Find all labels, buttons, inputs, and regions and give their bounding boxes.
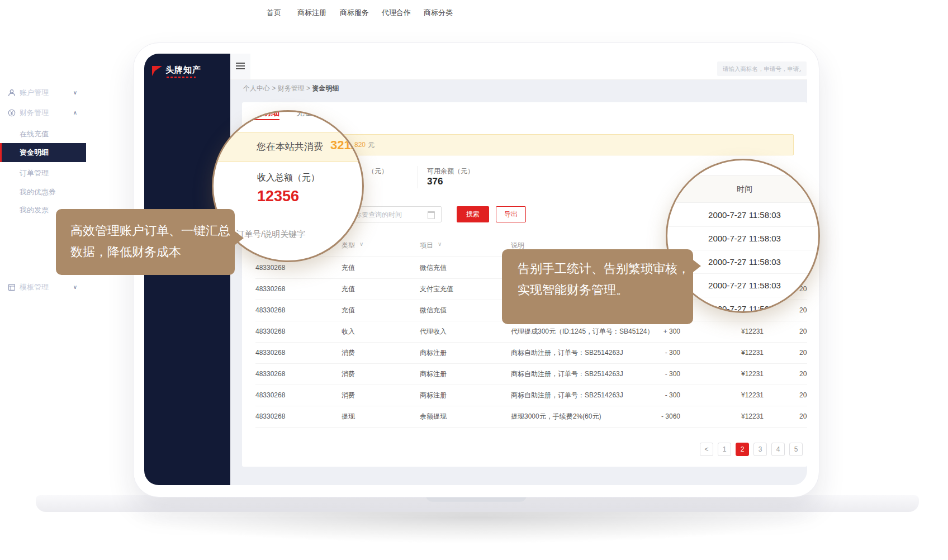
cell-order: 48330268 [255, 342, 285, 363]
cell-order: 48330268 [255, 385, 285, 406]
logo-text: 头牌知产 [165, 65, 201, 75]
table-row: 48330268 消费 商标注册 商标自助注册，订单号：SB2514263J -… [255, 342, 807, 364]
cell-project: 商标注册 [420, 385, 447, 406]
cell-balance: ¥12231 [741, 385, 764, 406]
cell-amount: - 3060 [647, 406, 680, 427]
nav-item-trademark-service[interactable]: 商标服务 [340, 0, 369, 26]
sidebar-item-template-management[interactable]: 模板管理 ∨ [0, 278, 86, 296]
magnified-banner: 您在本站共消费 32124 元 [212, 132, 364, 162]
sort-caret-icon[interactable]: ∨ [359, 241, 363, 247]
sidebar-item-my-coupons[interactable]: 我的优惠券 [0, 183, 86, 201]
cell-time: 2000-7-27 11:58:03 [799, 342, 807, 363]
sidebar-item-label: 我的发票 [20, 201, 49, 219]
cell-order: 48330268 [255, 321, 285, 342]
cell-time: 2000-7-27 11:58:03 [799, 385, 807, 406]
callout-left: 高效管理账户订单、一键汇总数据，降低财务成本 [56, 209, 235, 275]
nav-item-home[interactable]: 首页 [267, 0, 281, 26]
magnified-time-row: 2000-7-27 11:58:03 [667, 203, 820, 227]
banner-amount-fragment: 820 [354, 135, 366, 155]
cell-order: 48330268 [255, 300, 285, 321]
breadcrumb-links[interactable]: 个人中心 > 财务管理 > [243, 84, 312, 92]
sidebar-item-label: 账户管理 [20, 84, 49, 102]
cell-type: 充值 [342, 300, 355, 321]
sidebar-item-label: 财务管理 [20, 104, 49, 122]
pagination-prev-button[interactable]: < [700, 443, 713, 456]
cell-type: 消费 [342, 342, 355, 363]
pagination-page-4[interactable]: 4 [771, 443, 785, 456]
cell-amount: - 300 [647, 385, 680, 406]
sort-caret-icon[interactable]: ∨ [438, 241, 442, 247]
sidebar-item-label: 订单管理 [20, 164, 49, 182]
pagination-page-5[interactable]: 5 [789, 443, 803, 456]
cell-project: 商标注册 [420, 342, 447, 363]
table-row: 48330268 消费 商标注册 商标自助注册，订单号：SB2514263J -… [255, 385, 807, 406]
sidebar-item-label: 我的优惠券 [20, 183, 56, 201]
pagination: < 1 2 3 4 5 [700, 443, 803, 456]
trademark-search-input[interactable] [717, 61, 807, 76]
cell-time: 2000-7-27 11:58:03 [799, 300, 807, 321]
col-header-type[interactable]: 类型 [342, 241, 355, 250]
cell-balance: ¥12231 [741, 406, 764, 427]
cell-time: 2000-7-27 11:58:03 [799, 406, 807, 427]
sidebar-item-funds-detail-active[interactable]: 资金明细 [0, 143, 86, 162]
sidebar-item-account[interactable]: 账户管理 ∨ [0, 84, 86, 102]
cell-balance: ¥12231 [741, 363, 764, 385]
banner-unit-fragment: 元 [368, 135, 375, 155]
cell-project: 代理收入 [420, 321, 447, 342]
expense-total-label-fragment: （元） [368, 167, 388, 176]
search-button[interactable]: 搜索 [457, 206, 489, 222]
col-header-project[interactable]: 项目 [420, 241, 433, 250]
cell-project: 商标注册 [420, 363, 447, 385]
cell-type: 收入 [342, 321, 355, 342]
available-balance-label: 可用余额（元） [427, 167, 474, 176]
cell-type: 消费 [342, 385, 355, 406]
logo: 头牌知产 [152, 65, 225, 85]
user-icon [8, 89, 16, 97]
cell-balance: ¥12231 [741, 321, 764, 342]
pagination-page-3[interactable]: 3 [753, 443, 767, 456]
cell-project: 支付宝充值 [420, 278, 453, 300]
cell-desc: 商标自助注册，订单号：SB2514263J [511, 363, 623, 385]
table-row: 48330268 消费 商标注册 商标自助注册，订单号：SB2514263J -… [255, 363, 807, 385]
cell-project: 微信充值 [420, 257, 447, 278]
magnified-income-label: 收入总额（元） [257, 172, 320, 184]
chevron-down-icon: ∨ [73, 84, 77, 102]
magnified-time-row: 2000-7-27 11:58:03 [667, 227, 820, 250]
cell-type: 消费 [342, 363, 355, 385]
cell-amount: - 300 [647, 363, 680, 385]
cell-balance: ¥12231 [741, 342, 764, 363]
sidebar-item-finance[interactable]: 财务管理 ∧ [0, 104, 86, 122]
cell-desc: 提现3000元，手续费2%(60元) [511, 406, 601, 427]
hamburger-menu-button[interactable] [230, 54, 250, 79]
pagination-page-2-active[interactable]: 2 [736, 443, 749, 456]
pagination-page-1[interactable]: 1 [718, 443, 731, 456]
cell-order: 48330268 [255, 363, 285, 385]
marketing-composition: 首页 商标注册 商标服务 代理合作 商标分类 头牌知产 账户管理 ∨ 财务管理 … [0, 0, 948, 560]
magnified-order-header-fragment: 订单号/说明关键字 [236, 229, 305, 240]
magnified-income-value: 12356 [257, 188, 299, 205]
callout-right-pointer [691, 258, 701, 274]
cell-time: 2000-7-27 11:58:03 [799, 363, 807, 385]
nav-item-trademark-category[interactable]: 商标分类 [424, 0, 453, 26]
nav-item-agent-cooperation[interactable]: 代理合作 [382, 0, 411, 26]
magnified-banner-prefix: 您在本站共消费 [257, 140, 323, 153]
cell-type: 提现 [342, 406, 355, 427]
calendar-icon[interactable] [428, 211, 435, 219]
table-row: 48330268 提现 余额提现 提现3000元，手续费2%(60元) - 30… [255, 406, 807, 428]
sidebar-item-order-management[interactable]: 订单管理 [0, 164, 86, 182]
cell-order: 48330268 [255, 278, 285, 300]
available-balance-value: 376 [427, 176, 443, 187]
callout-left-pointer [234, 230, 244, 246]
breadcrumb: 个人中心 > 财务管理 > 资金明细 [243, 84, 339, 93]
sidebar-item-online-recharge[interactable]: 在线充值 [0, 125, 86, 143]
export-button[interactable]: 导出 [496, 206, 526, 222]
cell-desc: 商标自助注册，订单号：SB2514263J [511, 385, 623, 406]
logo-subtext-decoration [167, 77, 196, 78]
cell-project: 余额提现 [420, 406, 447, 427]
cell-project: 微信充值 [420, 300, 447, 321]
nav-item-trademark-register[interactable]: 商标注册 [297, 0, 326, 26]
sidebar-item-label: 在线充值 [20, 125, 49, 143]
callout-right: 告别手工统计、告别繁琐审核，实现智能财务管理。 [502, 249, 693, 324]
cell-order: 48330268 [255, 406, 285, 427]
sidebar-item-label: 资金明细 [20, 143, 49, 162]
